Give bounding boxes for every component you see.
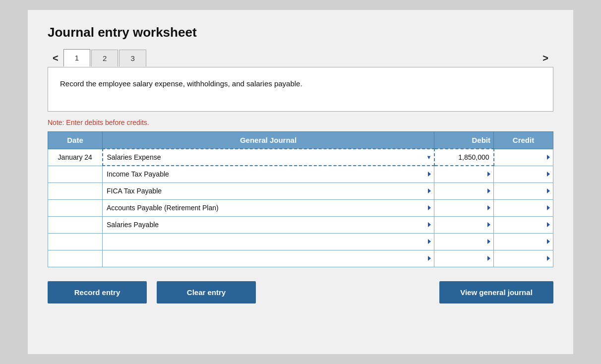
- header-date: Date: [48, 132, 103, 149]
- cell-date-3: [48, 182, 103, 199]
- journal-arrow-icon-3: [428, 188, 431, 193]
- cell-debit-7[interactable]: [434, 250, 494, 267]
- cell-debit-2[interactable]: [434, 166, 494, 182]
- credit-arrow-icon-5: [547, 222, 550, 227]
- journal-entry-1: Salaries Expense: [107, 153, 161, 161]
- journal-arrow-icon-6: [428, 239, 431, 244]
- debit-arrow-icon-7: [487, 256, 490, 261]
- journal-entry-4: Accounts Payable (Retirement Plan): [107, 204, 219, 212]
- debit-arrow-icon-2: [487, 172, 490, 177]
- credit-arrow-icon-1: [547, 155, 550, 160]
- journal-entry-3: FICA Tax Payable: [107, 187, 162, 195]
- cell-debit-4[interactable]: [434, 199, 494, 216]
- tab-3[interactable]: 3: [119, 50, 146, 66]
- next-arrow[interactable]: >: [538, 50, 553, 67]
- instructions-box: Record the employee salary expense, with…: [48, 67, 553, 112]
- journal-arrow-icon-5: [428, 222, 431, 227]
- cell-credit-5[interactable]: [494, 216, 553, 233]
- journal-entry-2: Income Tax Payable: [107, 170, 169, 178]
- journal-arrow-icon-2: [428, 172, 431, 177]
- cell-date-4: [48, 199, 103, 216]
- header-credit: Credit: [494, 132, 553, 149]
- cell-date-7: [48, 250, 103, 267]
- dropdown-arrow-icon[interactable]: ▼: [426, 154, 432, 160]
- clear-entry-button[interactable]: Clear entry: [157, 281, 256, 303]
- table-row: Income Tax Payable: [48, 166, 553, 182]
- cell-journal-3[interactable]: FICA Tax Payable: [103, 182, 434, 199]
- cell-journal-7[interactable]: [103, 250, 434, 267]
- table-row: [48, 233, 553, 250]
- cell-debit-3[interactable]: [434, 182, 494, 199]
- cell-credit-6[interactable]: [494, 233, 553, 250]
- cell-credit-4[interactable]: [494, 199, 553, 216]
- tab-2[interactable]: 2: [91, 50, 118, 66]
- debit-arrow-icon-3: [487, 188, 490, 193]
- journal-entry-5: Salaries Payable: [107, 221, 159, 229]
- cell-journal-4[interactable]: Accounts Payable (Retirement Plan): [103, 199, 434, 216]
- cell-credit-7[interactable]: [494, 250, 553, 267]
- note-text: Note: Enter debits before credits.: [48, 119, 553, 126]
- view-general-journal-button[interactable]: View general journal: [439, 281, 553, 303]
- credit-arrow-icon-4: [547, 205, 550, 210]
- cell-journal-5[interactable]: Salaries Payable: [103, 216, 434, 233]
- tab-1[interactable]: 1: [63, 49, 90, 67]
- cell-debit-1[interactable]: 1,850,000: [434, 149, 494, 166]
- credit-arrow-icon-2: [547, 172, 550, 177]
- prev-arrow[interactable]: <: [48, 50, 63, 67]
- page-container: Journal entry worksheet < 1 2 3 > Record…: [28, 10, 573, 354]
- cell-debit-6[interactable]: [434, 233, 494, 250]
- cell-date-5: [48, 216, 103, 233]
- journal-table: Date General Journal Debit Credit Januar…: [48, 131, 553, 267]
- credit-arrow-icon-6: [547, 239, 550, 244]
- cell-journal-1[interactable]: Salaries Expense ▼: [103, 149, 434, 166]
- page-title: Journal entry worksheet: [48, 25, 553, 40]
- cell-journal-2[interactable]: Income Tax Payable: [103, 166, 434, 182]
- header-debit: Debit: [434, 132, 494, 149]
- cell-debit-5[interactable]: [434, 216, 494, 233]
- record-entry-button[interactable]: Record entry: [48, 281, 147, 303]
- table-row: Salaries Payable: [48, 216, 553, 233]
- instructions-text: Record the employee salary expense, with…: [60, 79, 302, 88]
- debit-value-1: 1,850,000: [458, 153, 489, 161]
- table-row: Accounts Payable (Retirement Plan): [48, 199, 553, 216]
- header-journal: General Journal: [103, 132, 434, 149]
- cell-date-2: [48, 166, 103, 182]
- cell-date-1: January 24: [48, 149, 103, 166]
- credit-arrow-icon-3: [547, 188, 550, 193]
- credit-arrow-icon-7: [547, 256, 550, 261]
- cell-date-6: [48, 233, 103, 250]
- cell-credit-3[interactable]: [494, 182, 553, 199]
- cell-credit-2[interactable]: [494, 166, 553, 182]
- debit-arrow-icon-5: [487, 222, 490, 227]
- table-row: January 24 Salaries Expense ▼ 1,850,000: [48, 149, 553, 166]
- debit-arrow-icon-6: [487, 239, 490, 244]
- buttons-row: Record entry Clear entry View general jo…: [48, 281, 553, 303]
- table-row: [48, 250, 553, 267]
- cell-credit-1[interactable]: [494, 149, 553, 166]
- journal-arrow-icon-4: [428, 205, 431, 210]
- cell-journal-6[interactable]: [103, 233, 434, 250]
- tab-bar: < 1 2 3 >: [48, 49, 553, 67]
- journal-arrow-icon-7: [428, 256, 431, 261]
- table-row: FICA Tax Payable: [48, 182, 553, 199]
- debit-arrow-icon-4: [487, 205, 490, 210]
